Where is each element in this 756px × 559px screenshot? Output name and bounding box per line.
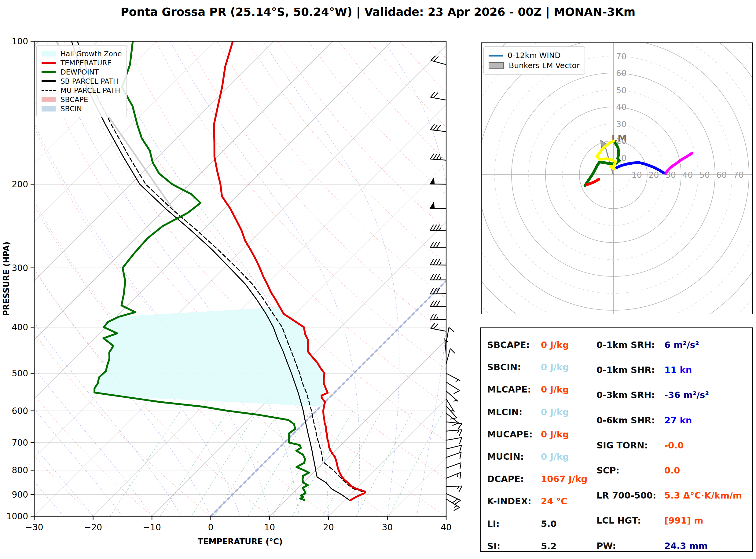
hodo-ring-label: 70 [733, 170, 744, 180]
index-value: 0.0 [664, 465, 680, 476]
index-value: 5.2 [541, 541, 556, 551]
pressure-tick-label: 600 [12, 406, 28, 416]
hodo-ring-label: 70 [616, 52, 626, 61]
legend-patch-swatch [489, 62, 504, 69]
index-value: 0 J/kg [541, 340, 569, 350]
index-label: 0-6km SHR: [597, 415, 655, 426]
legend-item: SB PARCEL PATH [42, 77, 121, 85]
temperature-tick-label: 10 [264, 522, 275, 532]
legend-item: MU PARCEL PATH [42, 86, 121, 94]
y-axis-title: PRESSURE (HPA) [2, 242, 11, 316]
temperature-tick-label: −20 [84, 522, 102, 532]
temperature-tick-label: 30 [382, 522, 393, 532]
temperature-tick-label: 0 [208, 522, 214, 532]
temperature-tick-label: 20 [323, 522, 334, 532]
index-value: -0.0 [664, 440, 684, 451]
indices-panel: SBCAPE:0 J/kgSBCIN:0 J/kgMLCAPE:0 J/kgML… [481, 328, 753, 552]
index-value: 27 kn [664, 415, 692, 426]
hail-growth-zone [94, 307, 328, 407]
pressure-tick-label: 300 [12, 263, 28, 273]
index-value: 24 °C [541, 496, 567, 507]
index-label: 0-1km SHR: [597, 365, 655, 375]
index-value: 5.0 [541, 519, 556, 529]
legend-patch-swatch [42, 106, 55, 111]
index-value: 0 J/kg [541, 451, 569, 462]
index-value: 0 J/kg [541, 362, 569, 372]
pressure-tick-label: 500 [12, 368, 28, 378]
index-label: SCP: [597, 465, 619, 476]
index-label: 0-3km SRH: [597, 390, 655, 400]
legend-line-swatch [42, 71, 55, 73]
pressure-tick-label: 900 [12, 490, 28, 500]
index-label: DCAPE: [487, 474, 524, 484]
index-label: SIG TORN: [597, 440, 648, 451]
pressure-tick-label: 100 [12, 36, 28, 46]
index-label: LR 700-500: [597, 490, 657, 501]
legend-item: 0-12km WIND [489, 51, 580, 60]
hodo-ring-label: 40 [682, 170, 693, 180]
index-label: MLCIN: [487, 407, 522, 417]
hodograph-axes-box [481, 43, 752, 314]
index-value: 0 J/kg [541, 429, 569, 440]
pressure-tick-label: 200 [12, 179, 28, 189]
index-value: 11 kn [664, 365, 692, 375]
pressure-tick-label: 800 [12, 465, 28, 475]
index-value: 5.3 Δ°C·K/km/m [664, 490, 742, 501]
pressure-tick-label: 1000 [6, 511, 28, 521]
index-value: 1067 J/kg [541, 474, 587, 484]
index-label: SBCAPE: [487, 340, 530, 350]
index-value: -36 m²/s² [664, 390, 709, 400]
hodo-ring-label: 30 [616, 119, 626, 129]
legend-item: TEMPERATURE [42, 59, 121, 67]
index-value: 6 m²/s² [664, 340, 699, 350]
index-value: 0 J/kg [541, 407, 569, 417]
hodo-ring-label: 50 [616, 86, 626, 95]
legend-patch-swatch [42, 51, 55, 57]
index-value: 0 J/kg [541, 384, 569, 395]
hodo-ring-label: 50 [699, 170, 710, 180]
pressure-tick-label: 400 [12, 322, 28, 332]
index-label: K-INDEX: [487, 496, 531, 507]
hodo-ring-label: 40 [616, 102, 626, 112]
index-label: LCL HGT: [597, 515, 641, 526]
index-value: 24.3 mm [664, 541, 708, 551]
index-label: SBCIN: [487, 362, 521, 372]
index-label: LI: [487, 519, 499, 529]
hodo-ring-label: 10 [631, 170, 642, 180]
temperature-tick-label: 40 [441, 522, 452, 532]
hodo-ring-label: 20 [648, 170, 659, 180]
legend-item: SBCIN [42, 105, 121, 113]
pressure-tick-label: 700 [12, 438, 28, 448]
legend-line-swatch [42, 62, 55, 64]
legend-line-swatch [489, 55, 503, 57]
x-axis-title: TEMPERATURE (°C) [198, 537, 283, 546]
index-label: 0-1km SRH: [597, 340, 655, 350]
index-label: MLCAPE: [487, 384, 531, 395]
index-value: [991] m [664, 515, 703, 526]
temperature-line [214, 41, 365, 500]
hodograph-legend: 0-12km WINDBunkers LM Vector [484, 46, 585, 74]
temperature-tick-label: −10 [143, 522, 161, 532]
legend-item: SBCAPE [42, 96, 121, 104]
hodo-ring-label: 60 [716, 170, 727, 180]
legend-patch-swatch [42, 97, 55, 102]
index-label: MUCIN: [487, 451, 524, 462]
index-label: MUCAPE: [487, 429, 533, 440]
temperature-tick-label: −30 [25, 522, 43, 532]
legend-item: DEWPOINT [42, 68, 121, 76]
index-label: PW: [597, 541, 616, 551]
legend-line-swatch [42, 80, 55, 82]
sounding-dashboard: Ponta Grossa PR (25.14°S, 50.24°W) | Val… [0, 0, 756, 559]
legend-dash-swatch [42, 90, 55, 91]
legend-item: Bunkers LM Vector [489, 61, 580, 70]
hodo-ring-label: 60 [616, 68, 626, 78]
index-label: SI: [487, 541, 500, 551]
skewt-legend: Hail Growth ZoneTEMPERATUREDEWPOINTSB PA… [36, 45, 127, 117]
legend-item: Hail Growth Zone [42, 50, 121, 58]
